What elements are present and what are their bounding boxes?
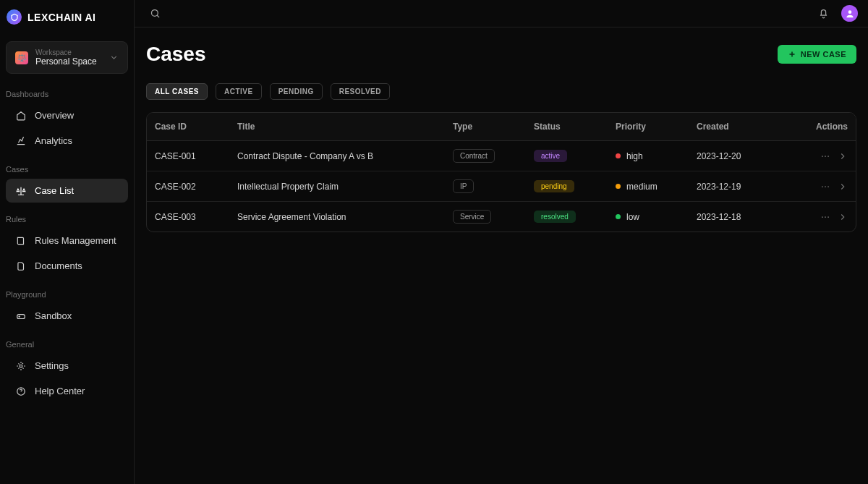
svg-point-9 [825,186,826,187]
section-general: General [0,328,134,353]
nav-label: Sandbox [35,310,72,321]
new-case-label: NEW CASE [801,50,846,59]
row-more-button[interactable] [820,212,830,222]
svg-point-13 [827,216,829,218]
user-avatar[interactable] [841,5,858,22]
case-created: 2023-12-20 [697,151,816,161]
filter-all-cases[interactable]: ALL CASES [146,83,208,100]
nav-label: Analytics [35,135,72,146]
col-priority: Priority [616,122,697,132]
nav-sandbox[interactable]: Sandbox [6,304,128,328]
logo-mark-icon [7,9,22,25]
book-icon [16,236,26,246]
table-row[interactable]: CASE-003 Service Agreement Violation Ser… [147,202,856,232]
file-icon [16,261,26,271]
chevron-right-icon [838,151,848,161]
case-id: CASE-001 [155,151,237,161]
home-icon [16,111,26,121]
row-open-button[interactable] [838,151,848,161]
priority-label: medium [626,182,658,192]
filter-resolved[interactable]: RESOLVED [331,83,390,100]
search-button[interactable] [146,4,165,23]
chevron-right-icon [838,182,848,192]
svg-rect-0 [17,314,25,318]
svg-point-6 [825,156,826,157]
section-playground: Playground [0,279,134,303]
content: Cases NEW CASE ALL CASES ACTIVE PENDING … [135,27,868,484]
nav-case-list[interactable]: Case List [6,179,128,203]
workspace-label: Workspace [35,48,102,56]
status-badge: resolved [534,211,576,223]
case-id: CASE-003 [155,212,237,222]
nav-documents[interactable]: Documents [6,254,128,278]
nav-settings[interactable]: Settings [6,354,128,378]
svg-point-12 [825,216,826,218]
nav-label: Rules Management [35,235,116,246]
case-created: 2023-12-18 [697,212,816,222]
more-horizontal-icon [820,182,830,192]
row-open-button[interactable] [838,212,848,222]
col-actions: Actions [816,122,848,132]
case-title: Intellectual Property Claim [237,182,453,192]
filter-pending[interactable]: PENDING [270,83,323,100]
type-badge: Contract [453,149,495,163]
topbar [135,0,868,27]
workspace-icon: ⚖️ [15,51,28,64]
brand-name: LEXCHAIN AI [27,12,95,23]
priority-dot-icon [616,214,621,219]
brand-logo[interactable]: LEXCHAIN AI [0,0,134,34]
bell-icon [818,8,829,19]
plus-icon [788,50,796,59]
priority-label: low [626,212,639,222]
filter-active[interactable]: ACTIVE [216,83,262,100]
nav-analytics[interactable]: Analytics [6,129,128,153]
section-cases: Cases [0,153,134,178]
svg-point-7 [827,156,829,157]
nav-label: Documents [35,260,82,271]
col-title: Title [237,122,453,132]
workspace-switcher[interactable]: ⚖️ Workspace Personal Space [6,41,128,74]
workspace-name: Personal Space [35,56,102,67]
section-rules: Rules [0,203,134,228]
new-case-button[interactable]: NEW CASE [778,45,856,64]
row-more-button[interactable] [820,182,830,192]
more-horizontal-icon [820,212,830,222]
row-more-button[interactable] [820,151,830,161]
nav-overview[interactable]: Overview [6,103,128,127]
type-badge: IP [453,179,474,193]
priority-dot-icon [616,153,621,158]
gamepad-icon [16,311,26,321]
col-type: Type [453,122,534,132]
chart-icon [16,136,26,146]
svg-point-3 [152,10,158,17]
filter-row: ALL CASES ACTIVE PENDING RESOLVED [146,83,856,100]
main: Cases NEW CASE ALL CASES ACTIVE PENDING … [135,0,868,484]
svg-point-11 [822,216,823,218]
case-created: 2023-12-19 [697,182,816,192]
chevron-right-icon [838,212,848,222]
svg-point-8 [822,186,823,187]
col-case-id: Case ID [155,122,237,132]
chevron-down-icon [109,53,119,62]
type-badge: Service [453,210,491,224]
section-dashboards: Dashboards [0,78,134,103]
nav-label: Overview [35,110,74,121]
search-icon [150,8,161,19]
status-badge: active [534,150,567,162]
notifications-button[interactable] [814,4,833,23]
nav-help-center[interactable]: Help Center [6,379,128,403]
sidebar: LEXCHAIN AI ⚖️ Workspace Personal Space … [0,0,135,484]
case-title: Service Agreement Violation [237,212,453,222]
row-open-button[interactable] [838,182,848,192]
nav-label: Help Center [35,386,85,396]
page-title: Cases [146,43,206,66]
table-row[interactable]: CASE-002 Intellectual Property Claim IP … [147,171,856,202]
table-header: Case ID Title Type Status Priority Creat… [147,113,856,141]
svg-point-1 [20,365,22,368]
help-icon [16,386,26,396]
table-row[interactable]: CASE-001 Contract Dispute - Company A vs… [147,141,856,171]
nav-rules-management[interactable]: Rules Management [6,229,128,252]
scale-icon [16,186,26,196]
status-badge: pending [534,180,574,192]
svg-point-5 [822,156,823,157]
